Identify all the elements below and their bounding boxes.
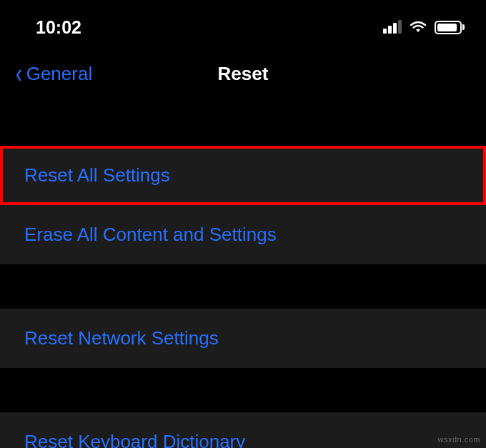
section-gap (0, 264, 486, 309)
reset-group-2: Reset Network Settings (0, 309, 486, 368)
status-icons (383, 20, 465, 34)
nav-bar: ‹ General Reset (0, 41, 486, 106)
section-gap (0, 106, 486, 146)
battery-icon (435, 21, 465, 34)
reset-keyboard-dictionary-item[interactable]: Reset Keyboard Dictionary (0, 412, 486, 448)
status-time: 10:02 (36, 17, 81, 38)
chevron-left-icon: ‹ (16, 60, 22, 87)
reset-group-1: Reset All Settings Erase All Content and… (0, 146, 486, 264)
status-bar: 10:02 (0, 0, 486, 41)
erase-all-content-item[interactable]: Erase All Content and Settings (0, 205, 486, 264)
reset-group-3: Reset Keyboard Dictionary (0, 412, 486, 448)
reset-network-settings-item[interactable]: Reset Network Settings (0, 309, 486, 368)
reset-all-settings-item[interactable]: Reset All Settings (0, 146, 486, 205)
wifi-icon (409, 20, 427, 34)
back-label: General (26, 63, 93, 85)
back-button[interactable]: ‹ General (14, 60, 92, 87)
watermark: wsxdn.com (437, 435, 480, 444)
section-gap (0, 368, 486, 412)
cellular-signal-icon (383, 21, 402, 34)
